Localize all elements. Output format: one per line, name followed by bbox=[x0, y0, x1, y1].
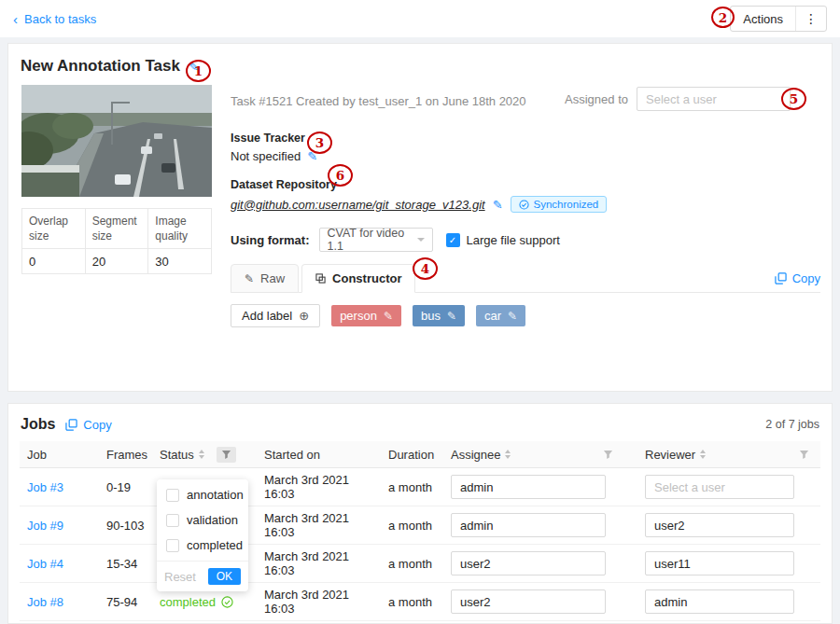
sort-icons-status[interactable] bbox=[199, 450, 204, 459]
actions-menu-button[interactable]: ⋮ bbox=[795, 7, 826, 31]
checkbox-validation[interactable] bbox=[166, 514, 179, 527]
add-label-text: Add label bbox=[242, 309, 292, 323]
assignee-input[interactable] bbox=[451, 475, 606, 499]
reviewer-input[interactable] bbox=[645, 475, 794, 499]
job-row: Job #9 90-103 March 3rd 2021 16:03 a mon… bbox=[20, 506, 820, 545]
actions-button[interactable]: Actions bbox=[731, 7, 795, 31]
task-details-card: New Annotation Task ✎ Overlap size bbox=[7, 43, 833, 392]
param-value-segment: 20 bbox=[85, 249, 148, 274]
tab-raw-label: Raw bbox=[260, 271, 285, 285]
column-header-started: Started on bbox=[257, 441, 381, 467]
filter-icon-reviewer[interactable] bbox=[799, 450, 809, 460]
using-format-label: Using format: bbox=[231, 233, 310, 247]
large-file-label: Large file support bbox=[467, 233, 560, 247]
label-name-car: car bbox=[484, 309, 501, 323]
format-row: Using format: CVAT for video 1.1 ✓ Large… bbox=[231, 228, 820, 252]
sort-icons-assignee[interactable] bbox=[505, 450, 511, 459]
edit-label-icon[interactable]: ✎ bbox=[447, 310, 456, 323]
filter-icon-status[interactable] bbox=[217, 447, 236, 463]
reviewer-input[interactable] bbox=[645, 513, 794, 537]
copy-jobs-label: Copy bbox=[83, 418, 111, 432]
edit-title-icon[interactable]: ✎ bbox=[189, 60, 199, 74]
edit-repository-icon[interactable]: ✎ bbox=[493, 198, 503, 212]
format-select-value: CVAT for video 1.1 bbox=[328, 227, 417, 253]
jobs-header: Jobs Copy 2 of 7 jobs bbox=[8, 404, 832, 441]
column-header-frames: Frames bbox=[99, 441, 152, 467]
assignee-input[interactable] bbox=[451, 551, 606, 575]
copy-labels-link[interactable]: Copy bbox=[775, 271, 820, 292]
reviewer-input[interactable] bbox=[645, 551, 794, 575]
add-label-button[interactable]: Add label ⊕ bbox=[231, 304, 320, 327]
tab-constructor[interactable]: Constructor bbox=[301, 264, 415, 293]
task-parameters-table: Overlap size Segment size Image quality … bbox=[21, 208, 212, 274]
filter-option-label: annotation bbox=[187, 488, 244, 502]
copy-icon bbox=[775, 272, 787, 284]
assigned-to-label: Assigned to bbox=[565, 92, 628, 106]
filter-icon-assignee[interactable] bbox=[603, 450, 613, 460]
tab-raw[interactable]: ✎ Raw bbox=[231, 264, 299, 293]
tab-constructor-label: Constructor bbox=[332, 271, 401, 285]
task-title: New Annotation Task bbox=[21, 57, 180, 76]
pencil-icon: ✎ bbox=[245, 272, 254, 285]
filter-option-label: completed bbox=[187, 538, 243, 552]
assigned-to-group: Assigned to bbox=[565, 87, 791, 111]
issue-tracker-value: Not specified bbox=[231, 149, 301, 163]
column-label-job: Job bbox=[27, 448, 47, 462]
dataset-repository-value-row: git@github.com:username/git_storage_v123… bbox=[231, 196, 820, 213]
assigned-to-input[interactable] bbox=[637, 87, 791, 111]
param-header-segment: Segment size bbox=[85, 209, 148, 249]
copy-labels-label: Copy bbox=[792, 271, 820, 285]
column-header-reviewer[interactable]: Reviewer bbox=[637, 441, 820, 467]
jobs-table-header: Job Frames Status Started on Duration As… bbox=[20, 441, 820, 468]
column-label-reviewer: Reviewer bbox=[645, 448, 695, 462]
job-link[interactable]: Job #4 bbox=[27, 557, 63, 571]
assignee-input[interactable] bbox=[451, 589, 606, 614]
column-header-duration: Duration bbox=[381, 441, 443, 467]
param-value-overlap: 0 bbox=[22, 249, 86, 274]
filter-option-annotation[interactable]: annotation bbox=[157, 482, 248, 507]
edit-label-icon[interactable]: ✎ bbox=[384, 310, 393, 323]
job-link[interactable]: Job #3 bbox=[27, 480, 63, 494]
label-chip-bus[interactable]: bus ✎ bbox=[413, 305, 465, 326]
edit-issue-tracker-icon[interactable]: ✎ bbox=[307, 149, 317, 163]
repository-url: git@github.com:username/git_storage_v123… bbox=[231, 198, 485, 212]
dataset-repository-heading: Dataset Repository bbox=[231, 178, 820, 191]
edit-label-icon[interactable]: ✎ bbox=[508, 310, 517, 323]
chevron-down-icon bbox=[417, 238, 425, 242]
jobs-card: Jobs Copy 2 of 7 jobs Job Frames Status bbox=[7, 403, 833, 624]
large-file-checkbox-group: ✓ Large file support bbox=[446, 233, 560, 247]
started-cell: March 3rd 2021 16:03 bbox=[257, 511, 381, 539]
job-row: Job #8 75-94 completed March 3rd 2021 16… bbox=[20, 583, 820, 621]
task-meta-text: Task #1521 Created by test_user_1 on Jun… bbox=[231, 90, 526, 108]
reviewer-input[interactable] bbox=[645, 589, 794, 614]
back-link-label: Back to tasks bbox=[24, 12, 96, 26]
column-header-assignee[interactable]: Assignee bbox=[443, 441, 637, 467]
large-file-checkbox[interactable]: ✓ bbox=[446, 233, 460, 247]
reset-button[interactable]: Reset bbox=[164, 570, 196, 584]
column-header-status[interactable]: Status bbox=[152, 441, 257, 467]
sort-icons-reviewer[interactable] bbox=[700, 450, 706, 459]
filter-option-validation[interactable]: validation bbox=[157, 507, 248, 533]
job-link[interactable]: Job #9 bbox=[27, 519, 63, 533]
param-value-quality: 30 bbox=[148, 249, 212, 274]
checkbox-annotation[interactable] bbox=[166, 489, 179, 502]
task-details-panel: Task #1521 Created by test_user_1 on Jun… bbox=[231, 87, 820, 327]
label-chip-car[interactable]: car ✎ bbox=[476, 305, 525, 326]
filter-footer: Reset OK bbox=[157, 561, 248, 591]
assignee-input[interactable] bbox=[451, 513, 606, 537]
label-chip-person[interactable]: person ✎ bbox=[331, 305, 401, 326]
copy-jobs-link[interactable]: Copy bbox=[65, 418, 111, 432]
duration-cell: a month bbox=[381, 519, 443, 533]
job-link[interactable]: Job #8 bbox=[27, 595, 63, 609]
started-cell: March 3rd 2021 16:03 bbox=[257, 473, 381, 501]
filter-option-completed[interactable]: completed bbox=[157, 533, 248, 558]
format-select[interactable]: CVAT for video 1.1 bbox=[319, 228, 433, 252]
back-to-tasks-link[interactable]: ‹ Back to tasks bbox=[13, 12, 96, 26]
issue-tracker-heading: Issue Tracker bbox=[231, 132, 820, 145]
param-header-quality: Image quality bbox=[148, 209, 212, 249]
frames-cell: 15-34 bbox=[99, 557, 152, 571]
column-header-job: Job bbox=[20, 441, 99, 467]
duration-cell: a month bbox=[381, 557, 443, 571]
checkbox-completed[interactable] bbox=[166, 539, 179, 552]
ok-button[interactable]: OK bbox=[208, 568, 241, 585]
